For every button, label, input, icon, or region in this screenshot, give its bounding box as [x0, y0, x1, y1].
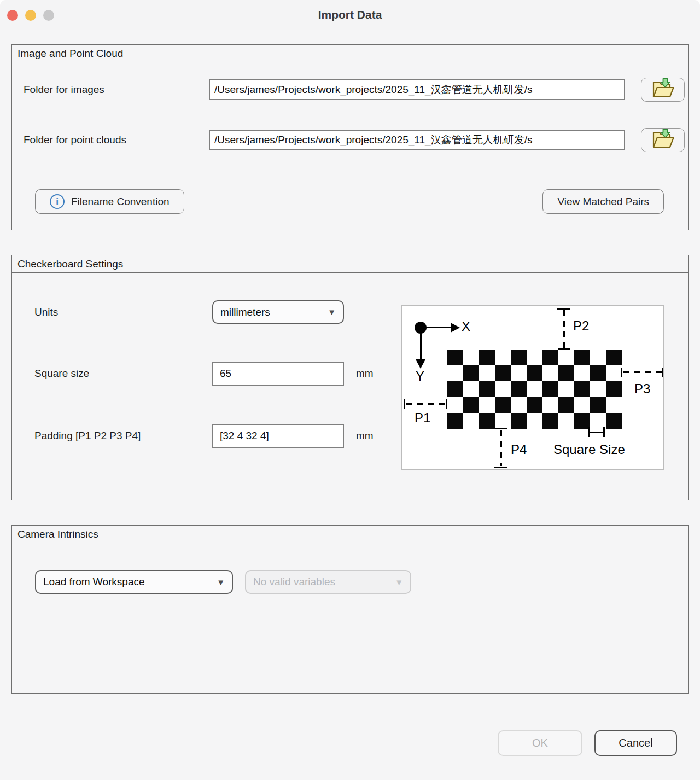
- filename-convention-button[interactable]: i Filename Convention: [35, 189, 184, 214]
- p2-label: P2: [573, 319, 589, 333]
- checkerboard-cell: [590, 365, 606, 381]
- x-axis-arrow-icon: [451, 323, 460, 333]
- checkerboard-cell: [479, 381, 495, 397]
- section-checkerboard-settings: Checkerboard Settings Units millimeters …: [11, 255, 689, 500]
- checkerboard-cell: [447, 413, 463, 429]
- checkerboard-cell: [590, 350, 606, 365]
- checkerboard-cell: [558, 365, 574, 381]
- chevron-down-icon: ▼: [217, 578, 225, 587]
- checkerboard: [447, 350, 622, 429]
- p1-tick-left: [404, 399, 405, 409]
- cancel-button[interactable]: Cancel: [594, 730, 677, 756]
- units-value: millimeters: [220, 306, 270, 318]
- browse-images-button[interactable]: [641, 78, 685, 102]
- chevron-down-icon: ▼: [328, 307, 336, 317]
- units-label: Units: [34, 306, 212, 318]
- checkerboard-cell: [558, 350, 574, 365]
- p4-tick-top: [495, 428, 508, 429]
- checkerboard-cell: [463, 350, 479, 365]
- square-size-diagram-label: Square Size: [553, 443, 625, 457]
- checkerboard-cell: [511, 397, 527, 413]
- checkerboard-cell: [527, 365, 542, 381]
- checkerboard-cell: [606, 365, 622, 381]
- view-matched-pairs-button[interactable]: View Matched Pairs: [542, 189, 664, 214]
- p3-dashed-line: [623, 371, 662, 373]
- padding-unit: mm: [356, 430, 374, 442]
- checkerboard-cell: [447, 397, 463, 413]
- checkerboard-cell: [606, 397, 622, 413]
- checkerboard-cell: [479, 350, 495, 365]
- chevron-down-icon: ▼: [395, 578, 403, 587]
- square-size-label: Square size: [34, 368, 212, 380]
- checkerboard-cell: [542, 413, 558, 429]
- square-size-input[interactable]: [212, 362, 344, 386]
- maximize-button[interactable]: [43, 10, 54, 21]
- checkerboard-cell: [558, 397, 574, 413]
- checkerboard-cell: [558, 381, 574, 397]
- checkerboard-cell: [511, 365, 527, 381]
- filename-convention-label: Filename Convention: [71, 196, 170, 208]
- units-dropdown[interactable]: millimeters ▼: [212, 300, 344, 324]
- square-size-unit: mm: [356, 368, 374, 380]
- view-matched-pairs-label: View Matched Pairs: [557, 196, 649, 208]
- p2-dashed-line: [563, 310, 565, 348]
- checkerboard-cell: [574, 350, 590, 365]
- ok-button[interactable]: OK: [498, 730, 582, 756]
- checkerboard-cell: [590, 397, 606, 413]
- close-button[interactable]: [7, 10, 18, 21]
- checkerboard-cell: [606, 381, 622, 397]
- p1-label: P1: [415, 411, 430, 425]
- titlebar: Import Data: [0, 0, 700, 30]
- minimize-button[interactable]: [25, 10, 36, 21]
- padding-input[interactable]: [212, 424, 344, 448]
- section-checkerboard-title: Checkerboard Settings: [12, 255, 688, 273]
- checkerboard-cell: [511, 413, 527, 429]
- checkerboard-cell: [495, 365, 511, 381]
- checkerboard-cell: [463, 365, 479, 381]
- checkerboard-cell: [606, 413, 622, 429]
- helper-buttons-row: i Filename Convention View Matched Pairs: [12, 189, 688, 214]
- checkerboard-cell: [574, 397, 590, 413]
- p3-tick-left: [621, 368, 622, 377]
- p2-tick-bottom: [558, 348, 570, 350]
- checkerboard-cell: [495, 397, 511, 413]
- square-size-tick-right: [603, 427, 605, 437]
- checkerboard-cell: [558, 413, 574, 429]
- open-folder-icon: [650, 78, 676, 102]
- p1-tick-right: [446, 399, 447, 409]
- checkerboard-cell: [527, 381, 542, 397]
- p4-label: P4: [511, 443, 527, 457]
- folder-images-label: Folder for images: [24, 84, 209, 96]
- p3-label: P3: [634, 382, 650, 396]
- open-folder-icon: [650, 129, 676, 152]
- dialog-footer: OK Cancel: [0, 730, 700, 756]
- checkerboard-cell: [574, 413, 590, 429]
- intrinsics-source-dropdown[interactable]: Load from Workspace ▼: [35, 570, 233, 594]
- checkerboard-diagram: X Y P2 P3 P1 P4: [401, 305, 664, 470]
- p3-tick-right: [662, 368, 663, 377]
- intrinsics-variable-dropdown[interactable]: No valid variables ▼: [245, 570, 411, 594]
- browse-pointclouds-button[interactable]: [641, 128, 685, 152]
- p4-tick-bottom: [494, 467, 507, 468]
- section-camera-intrinsics: Camera Intrinsics Load from Workspace ▼ …: [11, 525, 689, 694]
- info-icon: i: [50, 194, 65, 209]
- x-axis-label: X: [462, 319, 470, 334]
- checkerboard-cell: [590, 381, 606, 397]
- checkerboard-cell: [463, 397, 479, 413]
- checkerboard-cell: [447, 381, 463, 397]
- checkerboard-cell: [447, 350, 463, 365]
- intrinsics-source-value: Load from Workspace: [43, 576, 145, 588]
- traffic-lights: [7, 10, 54, 21]
- checkerboard-cell: [479, 397, 495, 413]
- checkerboard-cell: [447, 365, 463, 381]
- section-camera-intrinsics-title: Camera Intrinsics: [12, 526, 688, 543]
- folder-images-input[interactable]: [209, 79, 625, 100]
- checkerboard-cell: [590, 413, 606, 429]
- folder-pointclouds-label: Folder for point clouds: [24, 134, 209, 146]
- checkerboard-cell: [495, 350, 511, 365]
- checkerboard-cell: [479, 413, 495, 429]
- folder-pointclouds-input[interactable]: [209, 130, 625, 150]
- checkerboard-cell: [479, 365, 495, 381]
- y-axis-line: [420, 328, 422, 360]
- checkerboard-cell: [463, 381, 479, 397]
